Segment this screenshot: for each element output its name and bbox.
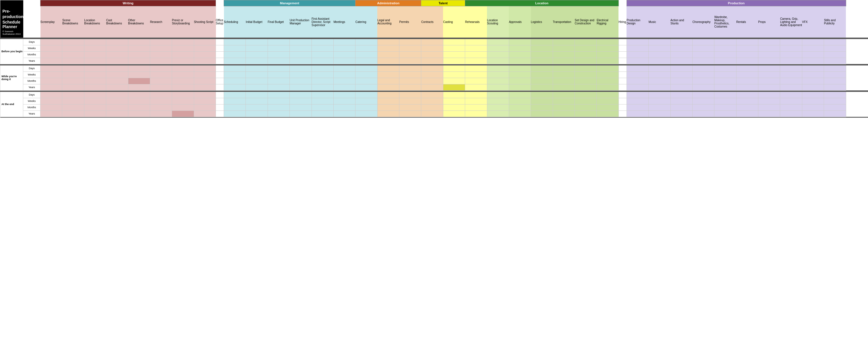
cell[interactable]: [84, 104, 106, 111]
cell[interactable]: [465, 71, 487, 78]
cell[interactable]: [268, 51, 289, 58]
cell[interactable]: [312, 104, 333, 111]
cell[interactable]: [40, 51, 62, 58]
cell[interactable]: [465, 92, 487, 98]
cell[interactable]: [106, 84, 128, 90]
cell[interactable]: [399, 58, 421, 64]
cell[interactable]: [377, 104, 399, 111]
cell[interactable]: [216, 39, 224, 45]
cell[interactable]: [649, 71, 671, 78]
cell[interactable]: [216, 111, 224, 117]
cell[interactable]: [465, 45, 487, 51]
cell[interactable]: [172, 92, 194, 98]
cell[interactable]: [465, 51, 487, 58]
cell[interactable]: [290, 111, 312, 117]
cell[interactable]: [692, 58, 714, 64]
cell[interactable]: [736, 98, 758, 104]
cell[interactable]: [575, 104, 597, 111]
cell[interactable]: [421, 104, 443, 111]
cell[interactable]: [618, 111, 626, 117]
cell[interactable]: [597, 84, 618, 90]
cell[interactable]: [377, 65, 399, 71]
cell[interactable]: [824, 71, 846, 78]
cell[interactable]: [618, 84, 626, 90]
cell[interactable]: [824, 51, 846, 58]
cell[interactable]: [575, 111, 597, 117]
cell[interactable]: [465, 65, 487, 71]
cell[interactable]: [487, 98, 509, 104]
cell[interactable]: [216, 51, 224, 58]
cell[interactable]: [224, 92, 246, 98]
cell[interactable]: [714, 111, 736, 117]
cell[interactable]: [106, 104, 128, 111]
cell[interactable]: [246, 65, 268, 71]
cell[interactable]: [40, 39, 62, 45]
cell[interactable]: [312, 98, 333, 104]
cell[interactable]: [333, 111, 355, 117]
cell[interactable]: [802, 98, 824, 104]
cell[interactable]: [246, 71, 268, 78]
cell[interactable]: [62, 84, 84, 90]
cell[interactable]: [509, 78, 531, 84]
cell[interactable]: [802, 45, 824, 51]
cell[interactable]: [443, 104, 465, 111]
cell[interactable]: [575, 51, 597, 58]
cell[interactable]: [224, 65, 246, 71]
cell[interactable]: [553, 39, 575, 45]
cell[interactable]: [399, 84, 421, 90]
cell[interactable]: [312, 58, 333, 64]
cell[interactable]: [824, 92, 846, 98]
cell[interactable]: [312, 71, 333, 78]
cell[interactable]: [312, 92, 333, 98]
cell[interactable]: [671, 71, 692, 78]
cell[interactable]: [553, 111, 575, 117]
cell[interactable]: [626, 71, 648, 78]
cell[interactable]: [509, 39, 531, 45]
cell[interactable]: [40, 45, 62, 51]
cell[interactable]: [40, 78, 62, 84]
cell[interactable]: [128, 84, 150, 90]
cell[interactable]: [333, 78, 355, 84]
cell[interactable]: [246, 78, 268, 84]
cell[interactable]: [714, 71, 736, 78]
cell[interactable]: [626, 51, 648, 58]
cell[interactable]: [399, 65, 421, 71]
cell[interactable]: [150, 58, 172, 64]
cell[interactable]: [216, 58, 224, 64]
cell[interactable]: [399, 98, 421, 104]
cell[interactable]: [224, 51, 246, 58]
cell[interactable]: [106, 71, 128, 78]
cell[interactable]: [377, 92, 399, 98]
cell[interactable]: [216, 78, 224, 84]
cell[interactable]: [150, 39, 172, 45]
cell[interactable]: [509, 92, 531, 98]
cell[interactable]: [553, 58, 575, 64]
cell[interactable]: [780, 65, 802, 71]
cell[interactable]: [290, 71, 312, 78]
cell[interactable]: [509, 111, 531, 117]
cell[interactable]: [597, 111, 618, 117]
cell[interactable]: [128, 92, 150, 98]
cell[interactable]: [531, 45, 553, 51]
cell[interactable]: [40, 111, 62, 117]
cell[interactable]: [194, 65, 216, 71]
cell[interactable]: [128, 65, 150, 71]
cell[interactable]: [509, 51, 531, 58]
cell[interactable]: [355, 65, 377, 71]
cell[interactable]: [575, 78, 597, 84]
cell[interactable]: [553, 65, 575, 71]
cell[interactable]: [531, 39, 553, 45]
cell[interactable]: [671, 98, 692, 104]
cell[interactable]: [553, 98, 575, 104]
cell[interactable]: [465, 98, 487, 104]
cell[interactable]: [714, 51, 736, 58]
cell[interactable]: [216, 104, 224, 111]
cell[interactable]: [758, 111, 780, 117]
cell[interactable]: [465, 111, 487, 117]
cell[interactable]: [84, 84, 106, 90]
cell[interactable]: [736, 84, 758, 90]
cell[interactable]: [443, 65, 465, 71]
cell[interactable]: [758, 71, 780, 78]
cell[interactable]: [333, 92, 355, 98]
cell[interactable]: [618, 51, 626, 58]
